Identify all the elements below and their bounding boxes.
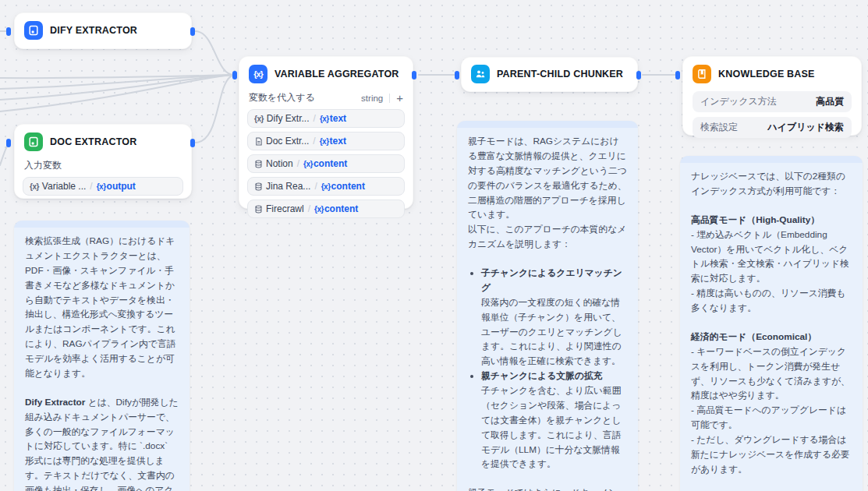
dify-extractor-output-handle[interactable] [190,27,195,36]
braces-x-icon: {x} [30,182,39,191]
variable-reference: {x}text [320,136,346,147]
note-paragraph: 高品質モード（High-Quality）- 埋め込みベクトル（Embedding… [691,213,852,316]
note-header [14,221,190,228]
note-doc-extractor[interactable]: 検索拡張生成（RAG）におけるドキュメントエクストラクターとは、PDF・画像・ス… [14,221,190,491]
aggregator-variable-row[interactable]: Doc Extr.../{x}text [247,132,405,150]
note-header [680,156,863,163]
dify-extractor-input-handle[interactable] [6,27,11,36]
aggregator-variable-row[interactable]: Jina Rea.../{x}content [247,177,405,196]
database-icon [254,160,263,168]
separator: / [314,181,317,192]
note-paragraph: 親子モードではさらに、ドキュメント形式や利用シーンに応じてチャンクの長さや重複部… [468,486,627,491]
source-node-label: Dify Extr... [267,113,310,124]
setting-label: インデックス方法 [700,95,777,108]
variable-reference: {x}content [303,158,347,169]
setting-label: 検索設定 [700,121,738,134]
knowledge-base-setting-row[interactable]: 検索設定ハイブリッド検索 [693,117,852,138]
note-header [457,121,638,128]
divider [389,94,390,103]
aggregator-output-handle[interactable] [412,71,416,79]
separator: / [307,203,311,214]
doc-extractor-variable-row[interactable]: {x}Variable .../{x}output [23,177,183,196]
node-title: DIFY EXTRACTOR [50,25,137,36]
output-type-label: string [361,94,383,103]
edge-left-4 [0,75,234,111]
aggregator-variable-row[interactable]: Notion/{x}content [247,154,405,173]
braces-x-icon: {x} [254,115,264,123]
file-image-icon [24,132,43,151]
separator: / [313,113,317,124]
file-image-icon [24,21,43,40]
input-variables-label: 入力変数 [15,159,191,172]
node-title: VARIABLE AGGREGATOR [275,69,399,79]
source-node-label: Variable ... [42,181,86,192]
node-title: DOC EXTRACTOR [50,136,136,147]
node-knowledge-base[interactable]: KNOWLEDGE BASE インデックス方法高品質検索設定ハイブリッド検索 [682,56,862,136]
source-node-label: Doc Extr... [266,136,309,147]
book-icon [693,65,711,83]
knowledge-base-input-handle[interactable] [675,71,680,79]
note-text: ナレッジベースでは、以下の2種類のインデックス方式が利用可能です：高品質モード（… [680,163,863,491]
note-paragraph: Dify Extractor とは、Difyが開発した組み込みドキュメントパーサ… [25,395,179,491]
aggregator-variable-row[interactable]: {x}Dify Extr.../{x}text [247,109,405,128]
source-node-label: Firecrawl [266,203,304,214]
node-title: KNOWLEDGE BASE [718,69,815,79]
parent-child-people-icon [471,65,490,83]
note-knowledge-base[interactable]: ナレッジベースでは、以下の2種類のインデックス方式が利用可能です：高品質モード（… [680,156,863,491]
workflow-canvas[interactable]: DIFY EXTRACTOR DOC EXTRACTOR 入力変数 {x}Var… [0,0,868,491]
setting-value: 高品質 [816,95,844,108]
aggregator-variable-row[interactable]: Firecrawl/{x}content [247,200,405,218]
source-node-label: Jina Rea... [266,181,310,192]
separator: / [296,158,300,169]
note-paragraph: 親子モードは、RAGシステムにおける豊富な文脈情報の提供と、クエリに対する高精度… [468,134,627,252]
node-title: PARENT-CHILD CHUNKER [497,69,623,79]
knowledge-base-setting-row[interactable]: インデックス方法高品質 [693,91,852,112]
note-paragraph: ナレッジベースでは、以下の2種類のインデックス方式が利用可能です： [691,169,852,199]
setting-value: ハイブリッド検索 [767,121,844,134]
chunker-input-handle[interactable] [455,71,459,79]
note-text: 親子モードは、RAGシステムにおける豊富な文脈情報の提供と、クエリに対する高精度… [457,128,638,491]
note-bullet: 親チャンクによる文脈の拡充子チャンクを含む、より広い範囲（セクションや段落、場合… [481,369,627,472]
variable-reference: {x}content [321,181,365,192]
node-dify-extractor[interactable]: DIFY EXTRACTOR [14,12,192,49]
node-variable-aggregator[interactable]: {x} VARIABLE AGGREGATOR 変数を代入する string +… [239,56,413,209]
note-paragraph: 検索拡張生成（RAG）におけるドキュメントエクストラクターとは、PDF・画像・ス… [25,234,179,381]
doc-extractor-input-handle[interactable] [6,139,11,147]
note-paragraph: 経済的モード（Economical）- キーワードベースの倒立インデックスを利用… [691,330,852,477]
separator: / [89,181,93,192]
variable-reference: {x}text [320,113,346,124]
source-node-label: Notion [266,158,293,169]
note-parent-child-chunker[interactable]: 親子モードは、RAGシステムにおける豊富な文脈情報の提供と、クエリに対する高精度… [457,121,638,491]
assign-variable-label: 変数を代入する [249,91,355,104]
edge-dify-to-aggregator [195,31,234,75]
add-variable-button[interactable]: + [396,92,403,104]
edge-doc-to-aggregator [195,75,234,143]
database-icon [254,205,263,214]
aggregator-input-handle[interactable] [232,71,237,79]
separator: / [312,136,316,147]
node-parent-child-chunker[interactable]: PARENT-CHILD CHUNKER [461,57,638,92]
variable-reference: {x}output [97,181,136,192]
variable-reference: {x}content [314,203,358,214]
braces-x-icon: {x} [249,65,267,83]
chunker-output-handle[interactable] [636,71,641,79]
document-icon [254,137,263,146]
database-icon [254,182,263,191]
node-doc-extractor[interactable]: DOC EXTRACTOR 入力変数 {x}Variable .../{x}ou… [14,124,192,199]
note-bullet: 子チャンクによるクエリマッチング段落内の一文程度の短く的確な情報単位（子チャンク… [481,266,627,369]
doc-extractor-output-handle[interactable] [190,139,195,147]
note-text: 検索拡張生成（RAG）におけるドキュメントエクストラクターとは、PDF・画像・ス… [14,228,190,491]
